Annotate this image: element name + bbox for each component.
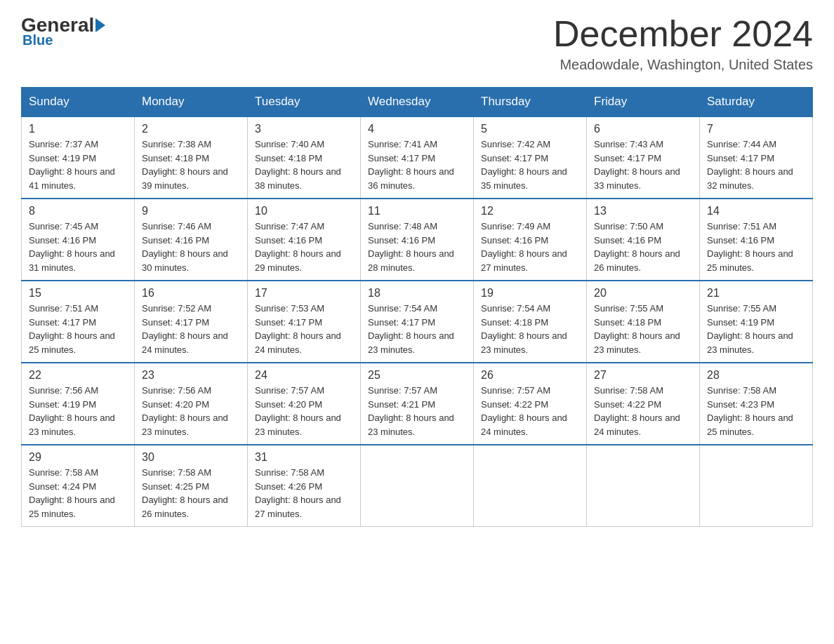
day-info: Sunrise: 7:52 AMSunset: 4:17 PMDaylight:… [142,302,240,356]
day-number: 10 [255,205,353,217]
day-info: Sunrise: 7:53 AMSunset: 4:17 PMDaylight:… [255,302,353,356]
day-number: 4 [368,123,466,135]
calendar-cell: 27Sunrise: 7:58 AMSunset: 4:22 PMDayligh… [587,363,700,445]
day-info: Sunrise: 7:55 AMSunset: 4:18 PMDaylight:… [594,302,692,356]
calendar-cell: 13Sunrise: 7:50 AMSunset: 4:16 PMDayligh… [587,199,700,281]
calendar-cell: 24Sunrise: 7:57 AMSunset: 4:20 PMDayligh… [248,363,361,445]
day-info: Sunrise: 7:45 AMSunset: 4:16 PMDaylight:… [29,220,127,274]
calendar-cell: 30Sunrise: 7:58 AMSunset: 4:25 PMDayligh… [135,445,248,527]
location-title: Meadowdale, Washington, United States [553,57,813,73]
calendar-cell: 26Sunrise: 7:57 AMSunset: 4:22 PMDayligh… [474,363,587,445]
logo: General Blue [21,14,105,48]
day-number: 18 [368,287,466,300]
calendar-cell: 1Sunrise: 7:37 AMSunset: 4:19 PMDaylight… [22,116,135,199]
day-number: 13 [594,205,692,217]
page-header: General Blue December 2024 Meadowdale, W… [21,14,813,73]
day-info: Sunrise: 7:37 AMSunset: 4:19 PMDaylight:… [29,137,127,192]
day-info: Sunrise: 7:46 AMSunset: 4:16 PMDaylight:… [142,220,240,274]
logo-arrow-icon [95,18,105,32]
month-title: December 2024 [553,14,813,54]
calendar-cell: 29Sunrise: 7:58 AMSunset: 4:24 PMDayligh… [22,445,135,527]
day-info: Sunrise: 7:57 AMSunset: 4:21 PMDaylight:… [368,384,466,438]
day-number: 31 [255,451,353,464]
day-number: 19 [481,287,579,300]
day-info: Sunrise: 7:50 AMSunset: 4:16 PMDaylight:… [594,220,692,274]
day-number: 29 [29,451,127,464]
calendar-cell: 7Sunrise: 7:44 AMSunset: 4:17 PMDaylight… [700,116,813,199]
calendar-cell: 19Sunrise: 7:54 AMSunset: 4:18 PMDayligh… [474,281,587,363]
calendar-cell [700,445,813,527]
calendar-cell: 20Sunrise: 7:55 AMSunset: 4:18 PMDayligh… [587,281,700,363]
calendar-cell: 3Sunrise: 7:40 AMSunset: 4:18 PMDaylight… [248,116,361,199]
calendar-cell: 25Sunrise: 7:57 AMSunset: 4:21 PMDayligh… [361,363,474,445]
day-info: Sunrise: 7:48 AMSunset: 4:16 PMDaylight:… [368,220,466,274]
day-info: Sunrise: 7:58 AMSunset: 4:24 PMDaylight:… [29,466,127,521]
day-info: Sunrise: 7:58 AMSunset: 4:26 PMDaylight:… [255,466,353,521]
calendar-cell: 4Sunrise: 7:41 AMSunset: 4:17 PMDaylight… [361,116,474,199]
day-info: Sunrise: 7:54 AMSunset: 4:18 PMDaylight:… [481,302,579,356]
calendar-cell: 10Sunrise: 7:47 AMSunset: 4:16 PMDayligh… [248,199,361,281]
calendar-cell: 8Sunrise: 7:45 AMSunset: 4:16 PMDaylight… [22,199,135,281]
day-number: 11 [368,205,466,217]
calendar-header-sunday: Sunday [22,88,135,117]
day-number: 15 [29,287,127,300]
day-number: 17 [255,287,353,300]
day-info: Sunrise: 7:55 AMSunset: 4:19 PMDaylight:… [707,302,805,356]
day-number: 27 [594,369,692,382]
calendar-cell: 5Sunrise: 7:42 AMSunset: 4:17 PMDaylight… [474,116,587,199]
day-number: 22 [29,369,127,382]
calendar-cell: 2Sunrise: 7:38 AMSunset: 4:18 PMDaylight… [135,116,248,199]
day-number: 25 [368,369,466,382]
day-info: Sunrise: 7:49 AMSunset: 4:16 PMDaylight:… [481,220,579,274]
calendar-cell: 6Sunrise: 7:43 AMSunset: 4:17 PMDaylight… [587,116,700,199]
day-number: 26 [481,369,579,382]
calendar-cell: 31Sunrise: 7:58 AMSunset: 4:26 PMDayligh… [248,445,361,527]
calendar-cell: 14Sunrise: 7:51 AMSunset: 4:16 PMDayligh… [700,199,813,281]
day-number: 7 [707,123,805,135]
day-info: Sunrise: 7:58 AMSunset: 4:22 PMDaylight:… [594,384,692,438]
day-number: 28 [707,369,805,382]
calendar-cell: 12Sunrise: 7:49 AMSunset: 4:16 PMDayligh… [474,199,587,281]
day-info: Sunrise: 7:57 AMSunset: 4:20 PMDaylight:… [255,384,353,438]
calendar-cell: 16Sunrise: 7:52 AMSunset: 4:17 PMDayligh… [135,281,248,363]
day-info: Sunrise: 7:44 AMSunset: 4:17 PMDaylight:… [707,137,805,192]
calendar-week-row: 15Sunrise: 7:51 AMSunset: 4:17 PMDayligh… [22,281,813,363]
calendar-header-tuesday: Tuesday [248,88,361,117]
calendar-header-friday: Friday [587,88,700,117]
day-info: Sunrise: 7:47 AMSunset: 4:16 PMDaylight:… [255,220,353,274]
day-number: 23 [142,369,240,382]
calendar-header-saturday: Saturday [700,88,813,117]
day-number: 2 [142,123,240,135]
day-number: 20 [594,287,692,300]
calendar-header-wednesday: Wednesday [361,88,474,117]
calendar-cell: 15Sunrise: 7:51 AMSunset: 4:17 PMDayligh… [22,281,135,363]
day-info: Sunrise: 7:58 AMSunset: 4:23 PMDaylight:… [707,384,805,438]
day-number: 9 [142,205,240,217]
calendar-week-row: 1Sunrise: 7:37 AMSunset: 4:19 PMDaylight… [22,116,813,199]
day-info: Sunrise: 7:40 AMSunset: 4:18 PMDaylight:… [255,137,353,192]
day-info: Sunrise: 7:43 AMSunset: 4:17 PMDaylight:… [594,137,692,192]
day-info: Sunrise: 7:56 AMSunset: 4:20 PMDaylight:… [142,384,240,438]
calendar-week-row: 29Sunrise: 7:58 AMSunset: 4:24 PMDayligh… [22,445,813,527]
calendar-cell: 23Sunrise: 7:56 AMSunset: 4:20 PMDayligh… [135,363,248,445]
day-number: 3 [255,123,353,135]
calendar-cell: 17Sunrise: 7:53 AMSunset: 4:17 PMDayligh… [248,281,361,363]
title-section: December 2024 Meadowdale, Washington, Un… [553,14,813,73]
calendar-cell [587,445,700,527]
day-info: Sunrise: 7:42 AMSunset: 4:17 PMDaylight:… [481,137,579,192]
calendar-week-row: 8Sunrise: 7:45 AMSunset: 4:16 PMDaylight… [22,199,813,281]
calendar-cell [361,445,474,527]
day-number: 6 [594,123,692,135]
day-info: Sunrise: 7:38 AMSunset: 4:18 PMDaylight:… [142,137,240,192]
day-info: Sunrise: 7:57 AMSunset: 4:22 PMDaylight:… [481,384,579,438]
day-number: 8 [29,205,127,217]
calendar-header-thursday: Thursday [474,88,587,117]
day-number: 12 [481,205,579,217]
calendar-header-monday: Monday [135,88,248,117]
calendar-week-row: 22Sunrise: 7:56 AMSunset: 4:19 PMDayligh… [22,363,813,445]
calendar-cell: 18Sunrise: 7:54 AMSunset: 4:17 PMDayligh… [361,281,474,363]
logo-blue-text: Blue [22,32,53,48]
day-number: 16 [142,287,240,300]
day-number: 1 [29,123,127,135]
calendar-cell [474,445,587,527]
